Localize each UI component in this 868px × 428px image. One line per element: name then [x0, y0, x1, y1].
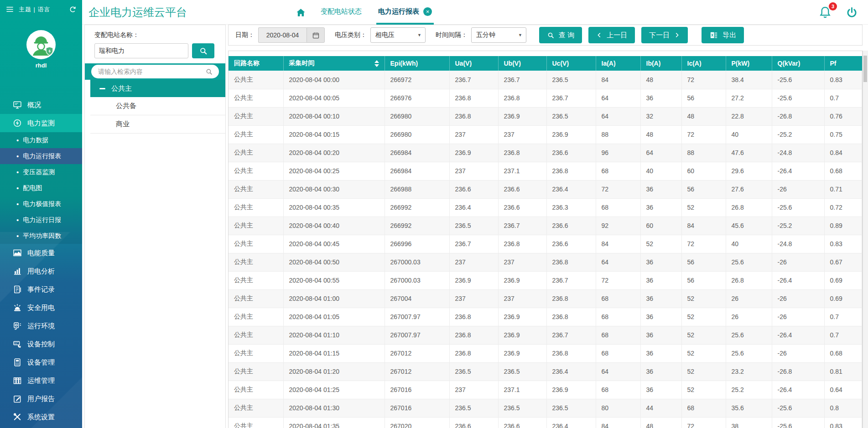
table-cell: 237 — [449, 253, 498, 271]
sidebar-item-用户报告[interactable]: 用户报告 — [0, 390, 82, 408]
table-row[interactable]: 公共主2020-08-04 00:50267000.03237237236.86… — [229, 253, 862, 271]
sidebar-item-label: 设备管理 — [27, 358, 55, 367]
export-button[interactable]: 导出 — [702, 27, 744, 43]
table-cell: 2020-08-04 00:45 — [283, 235, 385, 253]
table-row[interactable]: 公共主2020-08-04 01:10267007.97236.8236.923… — [229, 326, 862, 344]
table-row[interactable]: 公共主2020-08-04 01:00267004237237236.86836… — [229, 289, 862, 308]
vertical-scrollbar[interactable] — [863, 51, 868, 428]
sidebar-item-系统设置[interactable]: 系统设置 — [0, 408, 82, 426]
table-cell: 267000.03 — [385, 253, 449, 271]
sidebar-subitem-电力数据[interactable]: •电力数据 — [0, 132, 82, 148]
table-cell: 236.5 — [498, 399, 546, 417]
table-row[interactable]: 公共主2020-08-04 01:15267012236.8236.9236.8… — [229, 344, 862, 362]
table-row[interactable]: 公共主2020-08-04 00:40266992236.5236.7236.6… — [229, 217, 862, 235]
sidebar-item-安全用电[interactable]: 安全用电 — [0, 299, 82, 317]
tree-node-business[interactable]: 商业 — [90, 115, 225, 134]
table-row[interactable]: 公共主2020-08-04 01:05267007.97236.8236.923… — [229, 308, 862, 326]
home-icon[interactable] — [296, 7, 306, 18]
tab-substation-status[interactable]: 变配电站状态 — [319, 0, 364, 25]
hamburger-menu-icon[interactable] — [5, 5, 14, 14]
table-cell: 公共主 — [229, 344, 283, 362]
interval-select[interactable]: 五分钟 ▼ — [471, 27, 526, 43]
table-cell: 88 — [681, 144, 726, 162]
next-day-button[interactable]: 下一日 — [641, 27, 688, 43]
table-row[interactable]: 公共主2020-08-04 00:10266980236.8236.9236.5… — [229, 107, 862, 125]
chevron-right-icon — [674, 31, 680, 39]
table-cell: 52 — [640, 235, 681, 253]
sidebar-item-电能质量[interactable]: 电能质量 — [0, 244, 82, 262]
sidebar-item-概况[interactable]: 概况 — [0, 96, 82, 114]
station-search-button[interactable] — [192, 43, 214, 58]
table-row[interactable]: 公共主2020-08-04 01:35267020236.6236.6236.4… — [229, 417, 862, 428]
sidebar-topbar: 主题 | 语言 — [0, 0, 82, 14]
bullet-icon: • — [16, 169, 19, 175]
sidebar-subitem-label: 电力数据 — [23, 136, 48, 144]
table-cell: 0.72 — [824, 198, 862, 217]
table-row[interactable]: 公共主2020-08-04 00:05266976236.8236.8236.7… — [229, 89, 862, 107]
tree-search-input[interactable] — [97, 67, 202, 76]
table-row[interactable]: 公共主2020-08-04 00:25266984237237.1236.868… — [229, 162, 862, 180]
sidebar-item-运行环境[interactable]: 运行环境 — [0, 317, 82, 335]
table-row[interactable]: 公共主2020-08-04 01:20267012236.5236.5236.4… — [229, 362, 862, 381]
table-row[interactable]: 公共主2020-08-04 00:55267000.03236.9236.923… — [229, 271, 862, 289]
close-tab-icon[interactable]: × — [423, 7, 432, 16]
sidebar-menu: 概况电力监测•电力数据•电力运行报表•变压器监测•配电图•电力极值报表•电力运行… — [0, 96, 82, 426]
table-row[interactable]: 公共主2020-08-04 00:45266996236.7236.8236.6… — [229, 235, 862, 253]
device-management-icon — [13, 358, 22, 367]
logout-power-icon[interactable] — [846, 6, 858, 19]
avatar — [26, 30, 56, 59]
table-cell: 25.6 — [726, 326, 772, 344]
sidebar-subitem-电力运行日报[interactable]: •电力运行日报 — [0, 212, 82, 228]
scrollbar-thumb[interactable] — [863, 56, 867, 82]
date-input[interactable]: 2020-08-04 — [258, 27, 307, 43]
sidebar-item-用电分析[interactable]: 用电分析 — [0, 262, 82, 280]
sidebar-subitem-变压器监测[interactable]: •变压器监测 — [0, 164, 82, 180]
table-row[interactable]: 公共主2020-08-04 00:30266988236.6236.6236.4… — [229, 180, 862, 198]
collapse-icon[interactable] — [99, 88, 105, 89]
chevron-left-icon — [596, 31, 603, 39]
sidebar-item-设备控制[interactable]: 设备控制 — [0, 335, 82, 353]
sidebar-item-label: 设备控制 — [27, 340, 55, 349]
table-row[interactable]: 公共主2020-08-04 01:25267016237237.1236.968… — [229, 381, 862, 399]
column-header-Pf: Pf — [824, 56, 862, 71]
table-cell: 267000.03 — [385, 271, 449, 289]
notifications-bell-icon[interactable]: 3 — [818, 5, 832, 19]
table-row[interactable]: 公共主2020-08-04 00:15266980237237236.98848… — [229, 125, 862, 144]
table-cell: 64 — [596, 362, 640, 381]
sidebar-subitem-平均功率因数[interactable]: •平均功率因数 — [0, 228, 82, 244]
table-row[interactable]: 公共主2020-08-04 00:35266992236.4236.6236.3… — [229, 198, 862, 217]
device-control-icon — [13, 340, 22, 349]
table-row[interactable]: 公共主2020-08-04 00:00266972236.7236.7236.5… — [229, 71, 862, 89]
column-header-采集时间[interactable]: 采集时间 — [283, 56, 385, 71]
sidebar-subitem-电力极值报表[interactable]: •电力极值报表 — [0, 196, 82, 212]
sidebar-item-运维管理[interactable]: 运维管理 — [0, 371, 82, 390]
power-monitor-icon — [13, 119, 22, 128]
table-cell: 266980 — [385, 125, 449, 144]
station-name-input[interactable] — [94, 43, 188, 58]
previous-day-button[interactable]: 上一日 — [588, 27, 635, 43]
sidebar-subitem-电力运行报表[interactable]: •电力运行报表 — [0, 148, 82, 164]
sidebar-item-事件记录[interactable]: 事件记录 — [0, 280, 82, 299]
refresh-icon[interactable] — [69, 5, 77, 13]
query-button[interactable]: 查 询 — [539, 27, 582, 43]
sort-icon[interactable] — [374, 60, 379, 67]
tree-node-public-main[interactable]: 公共主 — [90, 80, 225, 97]
tree-node-public-backup[interactable]: 公共备 — [90, 97, 225, 115]
table-cell: 60 — [640, 217, 681, 235]
table-cell: 236.7 — [498, 71, 546, 89]
tab-power-report[interactable]: 电力运行报表 × — [376, 0, 434, 25]
calendar-button[interactable] — [307, 27, 325, 43]
column-header-Ia(A): Ia(A) — [596, 56, 640, 71]
sidebar-item-设备管理[interactable]: 设备管理 — [0, 353, 82, 371]
theme-language-toggle[interactable]: 主题 | 语言 — [19, 5, 51, 14]
table-cell: 26 — [726, 289, 772, 308]
table-cell: 0.83 — [824, 235, 862, 253]
table-header-row: 回路名称采集时间Epi(kWh)Ua(V)Ub(V)Uc(V)Ia(A)Ib(A… — [229, 56, 862, 71]
table-row[interactable]: 公共主2020-08-04 00:20266984236.9236.8236.6… — [229, 144, 862, 162]
sidebar-item-电力监测[interactable]: 电力监测 — [0, 114, 82, 132]
table-row[interactable]: 公共主2020-08-04 01:30267016236.5236.5236.5… — [229, 399, 862, 417]
bullet-icon: • — [16, 185, 19, 191]
table-cell: 236.7 — [449, 71, 498, 89]
voltage-type-select[interactable]: 相电压 ▼ — [370, 27, 426, 43]
sidebar-subitem-配电图[interactable]: •配电图 — [0, 180, 82, 196]
